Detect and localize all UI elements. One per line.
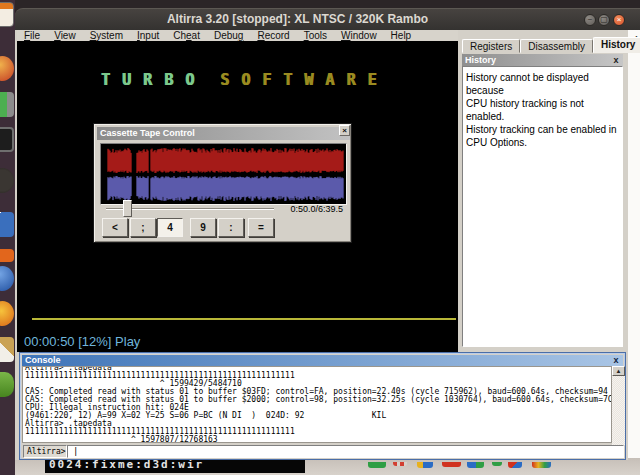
menu-file[interactable]: File	[17, 30, 47, 41]
tab-history[interactable]: History	[593, 37, 640, 53]
console-command-input[interactable]: |	[67, 445, 624, 458]
console-window: Console x Altirra> .tapedata 11111111111…	[19, 352, 626, 460]
history-panel-title: History	[465, 55, 496, 65]
scroll-up-icon[interactable]: ▲	[612, 366, 625, 376]
close-icon[interactable]: x	[611, 355, 621, 365]
taskbar-icon-fragment	[532, 462, 551, 468]
menu-debug[interactable]: Debug	[207, 30, 250, 41]
launcher-app-icon[interactable]	[0, 2, 14, 27]
launcher-app-icon[interactable]	[0, 301, 14, 326]
launcher-app-icon[interactable]	[0, 249, 14, 262]
menu-window[interactable]: Window	[334, 30, 384, 41]
menu-view[interactable]: View	[47, 30, 83, 41]
debug-panel: Registers Disassembly History History x …	[458, 30, 628, 352]
emulator-scanline	[32, 318, 456, 320]
menu-input[interactable]: Input	[130, 30, 166, 41]
tape-control-button-5[interactable]: =	[248, 218, 274, 237]
console-title: Console	[25, 355, 61, 365]
close-icon[interactable]: ×	[339, 125, 350, 136]
tape-time-label: 0:50.0/6:39.5	[290, 204, 343, 214]
console-prompt-label: Altirra>	[23, 445, 67, 458]
taskbar-icon-fragment	[492, 462, 502, 466]
taskbar-icon-fragment	[368, 462, 386, 468]
altirra-window: File View System Input Cheat Debug Recor…	[15, 30, 628, 460]
launcher-app-icon[interactable]	[0, 127, 14, 152]
taskbar-icon-fragment	[508, 462, 522, 468]
launcher-app-icon[interactable]	[0, 337, 14, 362]
tape-waveform-graphic	[101, 144, 346, 204]
console-output[interactable]: Altirra> .tapedata 111111111111111111111…	[22, 366, 612, 443]
cassette-dialog-titlebar[interactable]: Cassette Tape Control	[97, 127, 350, 140]
tape-control-button-2[interactable]: 4	[157, 218, 183, 237]
tape-control-button-1[interactable]: ;	[130, 218, 156, 237]
emulator-banner-text: TURBO SOFTWARE	[17, 71, 458, 89]
tape-control-button-4[interactable]: :	[218, 218, 244, 237]
launcher-app-icon[interactable]	[0, 92, 14, 117]
tab-registers[interactable]: Registers	[462, 39, 520, 53]
debug-panel-tabs: Registers Disassembly History	[462, 37, 640, 53]
tab-disassembly[interactable]: Disassembly	[520, 39, 593, 53]
menu-cheat[interactable]: Cheat	[166, 30, 207, 41]
launcher-app-icon[interactable]	[0, 212, 14, 237]
console-input-row: Altirra> |	[22, 445, 625, 459]
console-output-text: Altirra> .tapedata 111111111111111111111…	[25, 366, 611, 443]
cassette-dialog-title: Cassette Tape Control	[100, 128, 195, 138]
taskbar-icon-fragment	[442, 462, 461, 467]
unity-launcher	[0, 0, 15, 475]
close-icon[interactable]: x	[611, 55, 621, 65]
launcher-app-icon[interactable]	[0, 266, 14, 291]
menu-record[interactable]: Record	[250, 30, 296, 41]
banner-word-software: SOFTWARE	[220, 71, 388, 89]
taskbar-icon-fragment	[467, 462, 484, 468]
cassette-dialog: Cassette Tape Control × 0:50.0/6:39.5 < …	[93, 123, 352, 243]
taskbar-icon-fragment	[417, 462, 433, 468]
slider-thumb[interactable]	[123, 200, 132, 217]
menu-help[interactable]: Help	[384, 30, 419, 41]
tape-waveform[interactable]	[100, 143, 347, 205]
launcher-app-icon[interactable]	[0, 168, 14, 193]
minimize-button[interactable]: −	[584, 14, 596, 26]
banner-word-turbo: TURBO	[101, 71, 206, 89]
launcher-app-icon[interactable]	[0, 56, 14, 81]
history-panel-header[interactable]: History x	[462, 54, 623, 66]
tape-status-text: 00:00:50 [12%] Play	[24, 334, 140, 349]
menu-system[interactable]: System	[83, 30, 130, 41]
console-scrollbar[interactable]: ▲ ▼	[612, 366, 625, 455]
close-button[interactable]: ×	[613, 14, 625, 26]
window-title: Altirra 3.20 [stopped]: XL NTSC / 320K R…	[15, 12, 580, 26]
menu-tools[interactable]: Tools	[297, 30, 334, 41]
window-titlebar[interactable]: Altirra 3.20 [stopped]: XL NTSC / 320K R…	[15, 8, 640, 30]
menu-bar: File View System Input Cheat Debug Recor…	[17, 30, 473, 41]
history-panel-body: History cannot be displayed because CPU …	[462, 66, 623, 347]
maximize-button[interactable]: ▢	[598, 14, 610, 26]
tape-control-button-3[interactable]: 9	[190, 218, 216, 237]
tape-position-slider[interactable]	[106, 208, 274, 210]
console-titlebar[interactable]: Console x	[22, 355, 623, 366]
tape-control-button-0[interactable]: <	[102, 218, 128, 237]
launcher-app-icon[interactable]	[0, 372, 14, 397]
desktop: gnin 0024:fixme:d3d:wir Altirra 3.20 [st…	[0, 0, 640, 475]
taskbar-icon-fragment	[393, 462, 407, 466]
